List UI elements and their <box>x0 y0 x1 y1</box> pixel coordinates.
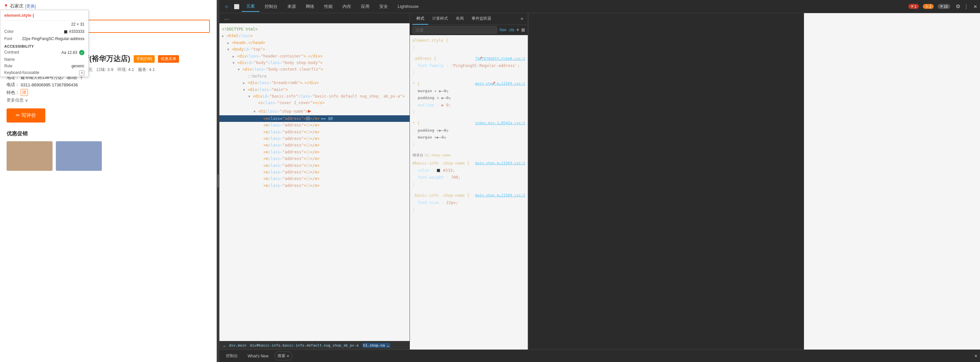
expand-icon[interactable]: ▼ <box>248 94 252 99</box>
tab-security[interactable]: 安全 <box>375 2 393 11</box>
expand-icon[interactable]: ▼ <box>253 109 258 114</box>
expand-icon[interactable]: ▼ <box>227 47 231 52</box>
styles-tab-more-icon[interactable]: » <box>519 13 525 25</box>
shop-name-selector: .basic-info .shop-name { <box>412 192 469 199</box>
device-toolbar-icon[interactable]: ⬜ <box>232 2 241 11</box>
html-address-4[interactable]: ▶ <e class="address" >囧</e> <box>220 136 409 142</box>
tab-styles[interactable]: 样式 <box>412 13 428 25</box>
outline-prop: outline : ▶ 0; <box>412 102 525 109</box>
tab-console[interactable]: 控制台 <box>260 2 282 11</box>
tab-computed[interactable]: 计算样式 <box>428 13 452 25</box>
html-header-container[interactable]: ▶ <div class = "header-container" > … </… <box>220 53 409 59</box>
padding-prop-2: padding :▶ 0; <box>412 127 525 134</box>
tab-application[interactable]: 应用 <box>356 2 374 11</box>
font-value: 22px PingFangSC-Regular-address <box>22 37 84 41</box>
color-swatch[interactable] <box>64 30 67 33</box>
bc-div-main[interactable]: div.main <box>229 343 246 348</box>
tab-performance[interactable]: 性能 <box>320 2 337 11</box>
bottom-panel-close-icon[interactable]: × <box>974 353 977 359</box>
html-address-7[interactable]: ▶ <e class="address" >囧</e> <box>220 155 409 162</box>
tooltip-header: element.style { <box>0 10 88 21</box>
cursor-tool-icon[interactable]: ⊹ <box>222 2 231 11</box>
basic-info-source[interactable]: main-shop.m…11569.css:1 <box>475 160 525 167</box>
filter-plus-icon[interactable]: + <box>516 27 519 33</box>
bottom-right-close-btn[interactable]: × <box>974 353 977 359</box>
filter-bracket-icon[interactable]: ⊠ <box>521 27 525 32</box>
panel-divider <box>217 0 220 362</box>
html-basic-info[interactable]: ▼ <div id = "basic-info" class = "basic-… <box>220 93 409 99</box>
devtools-bottom-bar: 控制台 What's New 搜索 × × <box>220 349 980 362</box>
keyboard-value: ⌘ <box>79 70 84 75</box>
html-address-8[interactable]: ▶ <e class="address" >囧</e> <box>220 162 409 169</box>
expand-icon[interactable]: ▼ <box>238 67 242 72</box>
html-head[interactable]: ▶ <head> … </head> <box>220 40 409 46</box>
html-body[interactable]: ▼ <body id = "top" > <box>220 46 409 53</box>
filter-hov-btn[interactable]: :hov <box>499 27 506 32</box>
close-devtools-icon[interactable]: ✕ <box>974 4 977 9</box>
service-rating: 服务: 4.1 <box>138 67 155 73</box>
styles-filter-input[interactable] <box>412 26 497 33</box>
spacer-icon: ▶ <box>253 100 258 106</box>
html-body-content[interactable]: ▼ <div class = "body-content clearfix" > <box>220 66 409 73</box>
html-address-3[interactable]: ▶ <e class="address" >囧</e> <box>220 129 409 136</box>
location-change[interactable]: [更换] <box>25 3 36 9</box>
tab-elements[interactable]: 元素 <box>242 1 259 12</box>
address-close: } <box>412 69 525 77</box>
html-html[interactable]: ▶ <html class > <box>220 32 409 39</box>
tab-memory[interactable]: 内存 <box>338 2 356 11</box>
tab-sources[interactable]: 来源 <box>283 2 301 11</box>
close-search-tab-icon[interactable]: × <box>287 354 290 359</box>
html-cover[interactable]: ▶ <s class = "cover J_cover" ></s> <box>220 99 409 106</box>
html-address-5[interactable]: ▶ <e class="address" >囧</e> <box>220 142 409 148</box>
shop-name-source[interactable]: main-shop.m…11569.css:1 <box>475 192 525 199</box>
html-address-6[interactable]: ▶ <e class="address" >囧</e> <box>220 149 409 155</box>
star-source-2[interactable]: index.min.1…0542a.css:1 <box>475 120 525 127</box>
tab-event-listeners[interactable]: 事件监听器 <box>468 13 495 25</box>
html-main[interactable]: ▼ <div class = "main" > <box>220 86 409 93</box>
expand-icon[interactable]: ▼ <box>232 60 237 66</box>
bc-h1[interactable]: h1.shop-na … <box>362 343 390 348</box>
tab-network[interactable]: 网络 <box>301 2 319 11</box>
dollar-eq: == $0 <box>321 115 332 122</box>
bottom-tab-search[interactable]: 搜索 × <box>275 351 292 360</box>
html-doctype: <!DOCTYPE html> <box>220 26 409 32</box>
divider-handle[interactable] <box>217 174 219 188</box>
html-breadcrumb[interactable]: ▶ <div class = "breadcrumb" > … </div> <box>220 80 409 86</box>
city-name: 石家庄 <box>10 3 24 9</box>
expand-icon[interactable]: ▼ <box>243 87 247 92</box>
arrow-to-source: ↗ <box>479 52 482 63</box>
tab-lighthouse[interactable]: Lighthouse <box>393 2 423 11</box>
styles-filter-bar: :hov .cls + ⊠ <box>410 25 528 35</box>
more-info-btn[interactable]: 更多信息 ∨ <box>6 97 210 103</box>
html-address-10[interactable]: ▶ <e class="address" >囧</e> <box>220 175 409 182</box>
tab-layout[interactable]: 布局 <box>452 13 468 25</box>
html-shop-name[interactable]: ▼ <h1 class = "shop-name" > ▶ <box>220 107 409 115</box>
expand-icon[interactable]: ▶ <box>222 33 226 39</box>
expand-icon[interactable]: ▶ <box>227 40 231 46</box>
more-options-icon[interactable]: ⋮ <box>964 3 969 10</box>
write-review-btn[interactable]: ✏ 写评价 <box>6 108 45 123</box>
contrast-row: Contrast Aa 12.63 ✓ <box>0 49 88 56</box>
buy-btn[interactable]: 优惠买单 <box>158 55 179 63</box>
star-source-1[interactable]: main-shop.m…11569.css:1 <box>475 80 525 87</box>
html-body-div[interactable]: ▼ <div id = "body" class = "body shop-bo… <box>220 59 409 66</box>
phone-row: 电话： 0311-86906995 17367896436 <box>6 82 210 88</box>
phone-scan-btn[interactable]: 手机扫码 <box>134 55 155 63</box>
expand-icon[interactable]: ▶ <box>232 54 237 59</box>
address-source[interactable]: 73c76f0d91f…fc6e8.css:1 <box>475 56 525 62</box>
html-address-2[interactable]: ▶ <e class="address" >囧</e> <box>220 122 409 128</box>
color-swatch-prop[interactable] <box>437 169 440 172</box>
tooltip-color-row: Color #333333 <box>0 28 88 35</box>
bottom-tab-console[interactable]: 控制台 <box>222 351 242 360</box>
bottom-tab-whats-new[interactable]: What's New <box>244 352 273 360</box>
expand-icon[interactable]: ▶ <box>243 80 247 86</box>
bc-basic-info[interactable]: div#basic-info.basic-info.default.nug_sh… <box>250 343 359 348</box>
html-address-11[interactable]: ▶ <e class="address" >囧</e> <box>220 182 409 189</box>
filter-cls-btn[interactable]: .cls <box>508 27 514 32</box>
settings-gear-icon[interactable]: ⚙ <box>956 3 960 10</box>
html-address-9[interactable]: ▶ <e class="address" >囧</e> <box>220 169 409 175</box>
devtools-wrapper: ⊹ ⬜ 元素 控制台 来源 网络 性能 内存 应用 安全 Lighthouse … <box>220 0 980 362</box>
html-selected-element[interactable]: ▶ <e class = "address" > 囧 </e> == $0 <box>220 115 409 122</box>
html-panel-dots[interactable]: … <box>222 14 231 22</box>
inherited-from: 继承自 h1.shop-name <box>412 152 525 159</box>
